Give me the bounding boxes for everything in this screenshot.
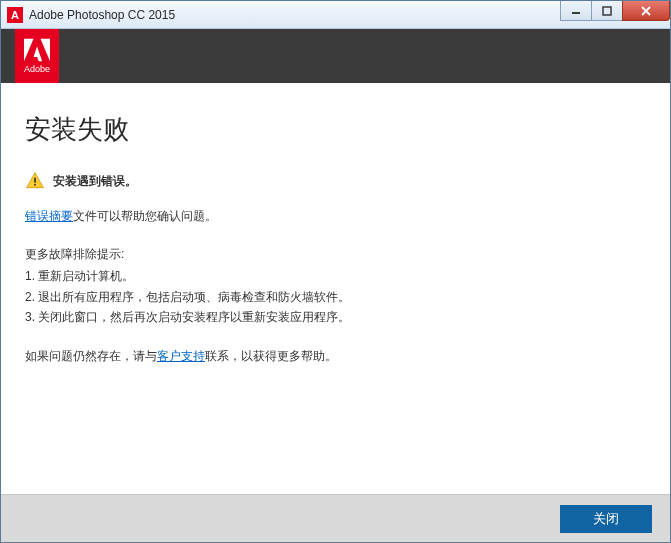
- svg-rect-5: [34, 184, 36, 186]
- warning-text: 安装遇到错误。: [53, 171, 137, 191]
- tips-list: 1. 重新启动计算机。 2. 退出所有应用程序，包括启动项、病毒检查和防火墙软件…: [25, 266, 646, 327]
- header-band: Adobe: [1, 29, 670, 83]
- maximize-button[interactable]: [591, 1, 623, 21]
- svg-rect-1: [603, 7, 611, 15]
- close-button[interactable]: 关闭: [560, 505, 652, 533]
- tips-heading: 更多故障排除提示:: [25, 244, 646, 264]
- window-close-button[interactable]: [622, 1, 670, 21]
- support-link[interactable]: 客户支持: [157, 349, 205, 363]
- tip-item: 3. 关闭此窗口，然后再次启动安装程序以重新安装应用程序。: [25, 307, 646, 327]
- svg-rect-4: [34, 178, 36, 183]
- window-controls: [561, 1, 670, 21]
- app-icon-letter: A: [11, 9, 19, 21]
- footer: 关闭: [1, 494, 670, 542]
- window-title: Adobe Photoshop CC 2015: [29, 8, 175, 22]
- adobe-logo-text: Adobe: [24, 64, 50, 74]
- adobe-logo: Adobe: [15, 29, 59, 83]
- summary-rest-text: 文件可以帮助您确认问题。: [73, 209, 217, 223]
- installer-window: A Adobe Photoshop CC 2015 Adobe 安装失败: [0, 0, 671, 543]
- app-icon: A: [7, 7, 23, 23]
- warning-row: 安装遇到错误。: [25, 171, 646, 191]
- minimize-button[interactable]: [560, 1, 592, 21]
- summary-line: 错误摘要文件可以帮助您确认问题。: [25, 206, 646, 226]
- titlebar: A Adobe Photoshop CC 2015: [1, 1, 670, 29]
- content-area: 安装失败 安装遇到错误。 错误摘要文件可以帮助您确认问题。 更多故障排除提示: …: [1, 83, 670, 494]
- page-title: 安装失败: [25, 107, 646, 151]
- persist-prefix: 如果问题仍然存在，请与: [25, 349, 157, 363]
- error-summary-link[interactable]: 错误摘要: [25, 209, 73, 223]
- warning-icon: [25, 171, 45, 191]
- persist-line: 如果问题仍然存在，请与客户支持联系，以获得更多帮助。: [25, 346, 646, 366]
- tip-item: 1. 重新启动计算机。: [25, 266, 646, 286]
- tip-item: 2. 退出所有应用程序，包括启动项、病毒检查和防火墙软件。: [25, 287, 646, 307]
- adobe-a-icon: [24, 38, 50, 62]
- persist-suffix: 联系，以获得更多帮助。: [205, 349, 337, 363]
